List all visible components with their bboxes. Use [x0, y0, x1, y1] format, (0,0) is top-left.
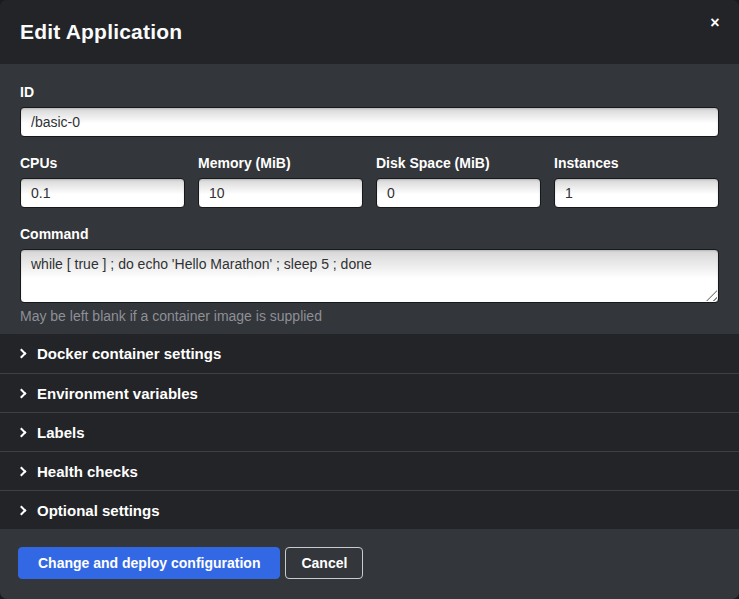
instances-field-group: Instances: [554, 155, 719, 208]
cpus-field-group: CPUs: [20, 155, 185, 208]
section-labels[interactable]: Labels: [0, 412, 739, 451]
section-optional-settings[interactable]: Optional settings: [0, 490, 739, 529]
instances-input[interactable]: [554, 178, 719, 208]
disk-label: Disk Space (MiB): [376, 155, 541, 171]
section-label: Environment variables: [37, 385, 198, 402]
command-textarea[interactable]: while [ true ] ; do echo 'Hello Marathon…: [20, 249, 719, 303]
section-label: Docker container settings: [37, 345, 221, 362]
application-form: ID CPUs Memory (MiB) Disk Space (MiB) In…: [0, 64, 739, 334]
collapsible-sections: Docker container settings Environment va…: [0, 334, 739, 529]
chevron-right-icon: [17, 349, 27, 359]
id-field-group: ID: [20, 84, 719, 137]
section-label: Health checks: [37, 463, 138, 480]
id-input[interactable]: [20, 107, 719, 137]
section-docker-container-settings[interactable]: Docker container settings: [0, 334, 739, 373]
section-health-checks[interactable]: Health checks: [0, 451, 739, 490]
disk-input[interactable]: [376, 178, 541, 208]
memory-input[interactable]: [198, 178, 363, 208]
chevron-right-icon: [17, 466, 27, 476]
section-environment-variables[interactable]: Environment variables: [0, 373, 739, 412]
section-label: Optional settings: [37, 502, 160, 519]
command-field-group: Command while [ true ] ; do echo 'Hello …: [20, 226, 719, 324]
edit-application-modal: Edit Application × ID CPUs Memory (MiB) …: [0, 0, 739, 599]
instances-label: Instances: [554, 155, 719, 171]
command-label: Command: [20, 226, 719, 242]
command-help-text: May be left blank if a container image i…: [20, 308, 719, 324]
cpus-input[interactable]: [20, 178, 185, 208]
chevron-right-icon: [17, 388, 27, 398]
section-label: Labels: [37, 424, 85, 441]
modal-footer: Change and deploy configuration Cancel: [0, 529, 739, 599]
modal-title: Edit Application: [20, 20, 182, 44]
chevron-right-icon: [17, 427, 27, 437]
disk-field-group: Disk Space (MiB): [376, 155, 541, 208]
cancel-button[interactable]: Cancel: [285, 547, 363, 579]
close-icon[interactable]: ×: [704, 12, 726, 34]
resource-row: CPUs Memory (MiB) Disk Space (MiB) Insta…: [20, 155, 719, 208]
id-label: ID: [20, 84, 719, 100]
memory-label: Memory (MiB): [198, 155, 363, 171]
chevron-right-icon: [17, 505, 27, 515]
modal-header: Edit Application ×: [0, 0, 739, 64]
change-and-deploy-button[interactable]: Change and deploy configuration: [18, 547, 280, 579]
cpus-label: CPUs: [20, 155, 185, 171]
memory-field-group: Memory (MiB): [198, 155, 363, 208]
